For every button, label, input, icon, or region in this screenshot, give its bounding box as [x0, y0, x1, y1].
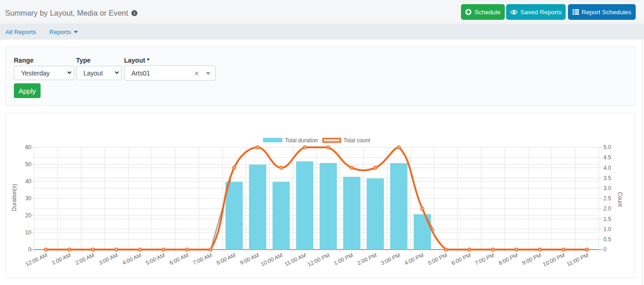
svg-text:2.0: 2.0 [603, 205, 611, 212]
svg-text:40: 40 [25, 178, 32, 185]
svg-text:5:00 AM: 5:00 AM [145, 252, 166, 266]
svg-text:3.0: 3.0 [603, 185, 611, 192]
svg-text:6:00 PM: 6:00 PM [450, 252, 472, 267]
svg-text:20: 20 [25, 212, 32, 219]
svg-text:Duration(s): Duration(s) [11, 184, 18, 211]
svg-text:10:00 AM: 10:00 AM [260, 252, 284, 268]
svg-text:5:00 PM: 5:00 PM [427, 252, 448, 267]
svg-text:6:00 AM: 6:00 AM [168, 252, 189, 266]
svg-text:10:00 PM: 10:00 PM [542, 252, 566, 268]
svg-text:1.0: 1.0 [603, 226, 611, 233]
svg-text:8:00 PM: 8:00 PM [497, 252, 519, 267]
svg-text:12:00 AM: 12:00 AM [24, 252, 48, 268]
svg-text:0: 0 [603, 246, 607, 253]
svg-text:0: 0 [28, 246, 31, 253]
svg-text:2:00 AM: 2:00 AM [74, 252, 95, 266]
svg-text:1:00 PM: 1:00 PM [333, 252, 354, 267]
svg-text:3:00 PM: 3:00 PM [380, 252, 401, 267]
svg-text:4.0: 4.0 [603, 165, 611, 171]
svg-text:8:00 AM: 8:00 AM [215, 252, 236, 266]
svg-text:Total count: Total count [343, 137, 371, 144]
svg-text:11:00 AM: 11:00 AM [284, 252, 307, 268]
svg-text:30: 30 [25, 195, 32, 202]
svg-text:5.0: 5.0 [603, 144, 611, 151]
svg-text:9:00 PM: 9:00 PM [521, 252, 542, 267]
svg-text:Count: Count [617, 192, 623, 207]
svg-text:3:00 AM: 3:00 AM [98, 252, 119, 266]
svg-text:60: 60 [25, 144, 32, 151]
svg-text:10: 10 [25, 229, 32, 236]
svg-text:Total duration: Total duration [285, 137, 318, 144]
svg-text:50: 50 [25, 161, 32, 168]
svg-text:0.5: 0.5 [603, 236, 611, 243]
svg-text:11:00 PM: 11:00 PM [566, 252, 590, 268]
svg-text:4:00 AM: 4:00 AM [121, 252, 142, 266]
svg-text:7:00 PM: 7:00 PM [474, 252, 495, 267]
svg-text:4:00 PM: 4:00 PM [403, 252, 425, 267]
svg-text:7:00 AM: 7:00 AM [192, 252, 213, 266]
svg-text:12:00 PM: 12:00 PM [307, 252, 331, 268]
svg-text:3.5: 3.5 [603, 175, 611, 181]
svg-text:1.5: 1.5 [603, 216, 611, 222]
svg-text:2.5: 2.5 [603, 195, 611, 202]
svg-text:9:00 AM: 9:00 AM [239, 252, 260, 266]
svg-text:4.5: 4.5 [603, 154, 611, 161]
svg-text:1:00 AM: 1:00 AM [51, 252, 72, 266]
svg-text:2:00 PM: 2:00 PM [356, 252, 378, 267]
